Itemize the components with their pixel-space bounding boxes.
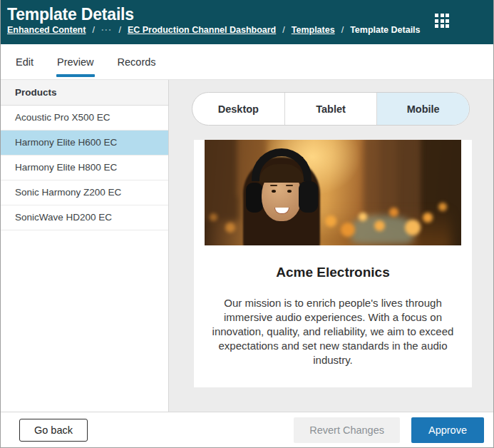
tab-records-label: Records [118, 56, 156, 68]
sidebar-item-sonic-harmony-z200[interactable]: Sonic Harmony Z200 EC [1, 180, 168, 205]
device-toggle-desktop[interactable]: Desktop [192, 93, 284, 125]
user-icon[interactable] [466, 14, 480, 28]
tab-records[interactable]: Records [117, 44, 157, 79]
apps-grid-icon[interactable] [435, 14, 449, 28]
breadcrumb-ec-production-channel-dashboard[interactable]: EC Production Channel Dashboard [128, 25, 276, 35]
sidebar-item-sonicwave-hd200[interactable]: SonicWave HD200 EC [1, 205, 168, 230]
brand-title: Acme Electronics [194, 265, 472, 280]
breadcrumb-separator: / [92, 25, 94, 35]
breadcrumb: Enhanced Content / ··· / EC Production C… [7, 25, 483, 35]
go-back-button[interactable]: Go back [19, 419, 88, 442]
breadcrumb-template-details: Template Details [350, 25, 420, 35]
breadcrumb-separator: / [282, 25, 284, 35]
tab-edit[interactable]: Edit [15, 44, 34, 79]
headphone-earcup-left [246, 183, 263, 213]
preview-pane: Desktop Tablet Mobile [169, 80, 493, 412]
woman-with-headphones [229, 146, 343, 245]
headphone-earcup-right [299, 181, 318, 213]
sidebar-item-harmony-elite-h800[interactable]: Harmony Elite H800 EC [1, 156, 168, 180]
header-actions [435, 14, 480, 28]
breadcrumb-separator: / [118, 25, 120, 35]
breadcrumb-templates[interactable]: Templates [292, 25, 335, 35]
device-toggle: Desktop Tablet Mobile [192, 92, 470, 126]
mobile-preview-card: Acme Electronics Our mission is to enric… [194, 140, 472, 387]
mission-text: Our mission is to enrich people's lives … [208, 296, 458, 367]
page-title: Template Details [7, 4, 483, 24]
hero-image [205, 140, 461, 245]
headphone-band [252, 148, 312, 181]
device-toggle-mobile[interactable]: Mobile [376, 93, 469, 125]
tab-edit-label: Edit [16, 56, 34, 68]
tab-preview[interactable]: Preview [56, 44, 95, 79]
products-sidebar: Products Acoustic Pro X500 EC Harmony El… [1, 80, 169, 412]
revert-changes-button[interactable]: Revert Changes [294, 417, 400, 443]
page-header: Template Details Enhanced Content / ··· … [1, 0, 493, 44]
tab-preview-label: Preview [57, 56, 94, 68]
breadcrumb-enhanced-content[interactable]: Enhanced Content [7, 25, 86, 35]
products-header: Products [1, 80, 168, 106]
template-details-window: Template Details Enhanced Content / ··· … [0, 0, 494, 448]
active-tab-underline [56, 74, 95, 77]
approve-button[interactable]: Approve [411, 417, 484, 443]
breadcrumb-separator: / [341, 25, 344, 35]
sidebar-item-harmony-elite-h600[interactable]: Harmony Elite H600 EC [1, 131, 168, 156]
content-area: Products Acoustic Pro X500 EC Harmony El… [1, 80, 493, 412]
breadcrumb-overflow-ellipsis[interactable]: ··· [101, 25, 113, 35]
tab-bar: Edit Preview Records [1, 44, 493, 80]
device-toggle-tablet[interactable]: Tablet [284, 93, 377, 125]
sidebar-item-acoustic-pro-x500[interactable]: Acoustic Pro X500 EC [1, 106, 168, 131]
footer-bar: Go back Revert Changes Approve [1, 412, 493, 447]
